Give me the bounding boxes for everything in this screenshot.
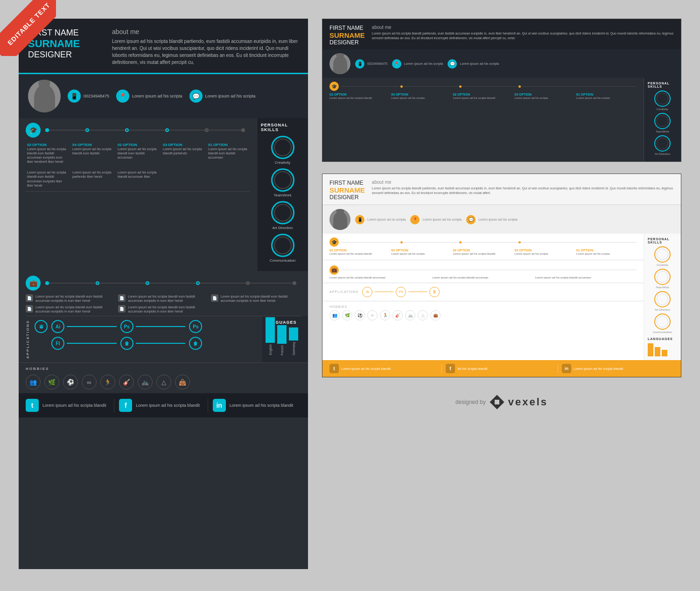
- pl-app-line2: [408, 292, 427, 292]
- work-item-1: 📄 Lorem ipsum ad his scripta blandit eum…: [26, 294, 116, 303]
- preview-light-phone: 📱 Lorem ipsum ad no scripta: [355, 215, 406, 224]
- preview-light-location-icon: 📍: [410, 215, 420, 224]
- hobby-soccer-icon: ⚽: [63, 375, 78, 389]
- preview-dark-about: about me Lorem ipsum ad his scripta blan…: [372, 25, 674, 46]
- communication-circle: [271, 234, 294, 257]
- preview-light-teamwork-label: TeamWork: [656, 286, 669, 289]
- pl-hobby-3: ⚽: [355, 310, 365, 320]
- preview-light-divider: [322, 260, 644, 260]
- app-ps2-item: Ps: [189, 320, 254, 333]
- pl-hobby-4: ∞: [367, 310, 378, 320]
- twitter-icon: t: [26, 399, 39, 412]
- pdopt4: 03 OPTIONLorem ipsum ad his scripta: [515, 92, 575, 100]
- phone-icon: 📱: [68, 90, 81, 103]
- divider-1: [26, 191, 250, 192]
- preview-light-artdir-circle: [654, 291, 671, 307]
- preview-light-work-section: 💼 Lorem ipsum ad his scripta blandit acc…: [322, 262, 644, 281]
- preview-dark-timeline: 🎓 02 OPTIONLorem ipsum ad his scripta bl…: [322, 78, 644, 103]
- preview-light-lang-mini: LANGUAGES: [648, 337, 677, 356]
- work-item-icon-5: 📄: [118, 305, 126, 313]
- pl-hobby-5: 🏃: [380, 310, 390, 320]
- apps-label: APPLICATIONS: [26, 320, 30, 359]
- preview-dark-about-text: Lorem ipsum ad his scripta blandit parti…: [372, 31, 674, 41]
- preview-light-edu-icon: 🎓: [329, 237, 339, 247]
- preview-light-work-line: [341, 270, 637, 270]
- artdirection-label: Art Direction: [272, 226, 293, 230]
- work-options-row2: 📄 Lorem ipsum ad his scripta blandit eum…: [26, 305, 301, 313]
- hobby-people-icon: 👥: [26, 375, 41, 389]
- preview-light-apps-label: APPLICATIONS: [329, 290, 358, 293]
- preview-dark-avatar-sil: [333, 56, 347, 74]
- lang-french: French: [277, 325, 287, 355]
- preview-light-artdir-label: Art Direction: [655, 308, 670, 311]
- preview-light-work-icon-row: 💼: [329, 265, 637, 275]
- timeline-opt-6: Lorem ipsum ad his scripta blandit eum f…: [26, 169, 69, 188]
- teamwork-inner: [274, 171, 292, 189]
- hobbies-icons: 👥 🌿 ⚽ ∞ 🏃 🎸 🚲 △ 👜: [26, 375, 301, 389]
- hobbies-label: HOBBIES: [26, 367, 301, 371]
- location-icon: 📍: [116, 90, 129, 103]
- pl-app-line1: [375, 292, 393, 292]
- preview-dark-location: 📍 Lorem ipsum ad his scripta: [392, 59, 443, 69]
- preview-light-app-icons: Ai Ps 🗑: [362, 287, 440, 297]
- app-ai-item: Ai: [51, 320, 117, 333]
- preview-light-surname: SURNAME: [329, 186, 365, 194]
- work-section: 💼 📄 Lorem ipsum ad: [19, 271, 308, 316]
- location-contact: 📍 Lorem ipsum ad his scripta: [116, 90, 182, 103]
- hobby-run-icon: 🏃: [100, 375, 115, 389]
- preview-light-timeline-line: [341, 242, 637, 243]
- skills-panel: PERSONALSKILLS Creativity TeamWork: [257, 118, 308, 271]
- preview-light-facebook-text: Ad his scripta blandit: [457, 367, 488, 370]
- preview-dark-artdir: Art Direction: [648, 135, 677, 155]
- apps-row-2: Fl 🗑 🗑: [35, 337, 254, 350]
- creativity-circle: [271, 136, 294, 159]
- preview-light-phone-icon: 📱: [355, 215, 364, 224]
- work-main: 💼 📄 Lorem ipsum ad: [19, 271, 308, 316]
- timeline-header-work: 💼: [26, 276, 301, 291]
- pl-app-trash: 🗑: [429, 287, 440, 297]
- preview-dark-opts: 02 OPTIONLorem ipsum ad his scripta blan…: [329, 92, 637, 100]
- app-monitor-icon: 🖥: [35, 320, 48, 333]
- hobby-music-icon: 🎸: [119, 375, 134, 389]
- plopt4: 03 OPTIONLorem ipsum ad his scripta: [515, 248, 575, 256]
- preview-light-skills-title: PERSONALSKILLS: [648, 237, 677, 244]
- apps-lang-section: APPLICATIONS 🖥 Ai Ps: [19, 316, 308, 362]
- preview-light-divider-3: [322, 301, 644, 301]
- preview-light-message: 💬 Lorem ipsum ad his scripta: [466, 215, 518, 224]
- preview-light-facebook: f Ad his scripta blandit: [442, 364, 558, 373]
- app-ps1-line: [136, 326, 186, 327]
- timeline-header-edu: 🎓: [26, 123, 250, 138]
- app-ps1-icon: Ps: [120, 320, 133, 333]
- lang-germany: Germany: [289, 327, 298, 355]
- preview-light-timeline: 🎓 02 OPTIONLorem ipsum ad his scripta bl…: [322, 234, 644, 258]
- preview-light-linkedin-icon: in: [562, 364, 571, 373]
- preview-dark-teamwork-circle: [654, 113, 671, 129]
- right-previews: FIRST NAME SURNAME DESIGNER about me Lor…: [322, 19, 681, 569]
- work-item-icon-3: 📄: [211, 294, 218, 302]
- app-trash2-icon: 🗑: [189, 337, 202, 350]
- work-item-4: 📄 Lorem ipsum ad his scripta blandit eum…: [26, 305, 116, 313]
- preview-light-phone-text: Lorem ipsum ad no scripta: [367, 218, 406, 221]
- communication-label: Communication: [270, 258, 296, 263]
- designed-by-text: designed by: [455, 399, 486, 405]
- preview-light-avatar-sil: [333, 211, 347, 230]
- pl-hobby-1: 👥: [329, 310, 340, 320]
- preview-dark-creativity: Creativity: [648, 90, 677, 111]
- skill-communication: Communication: [261, 234, 304, 263]
- preview-dark-skills-title: PERSONALSKILLS: [648, 82, 677, 88]
- preview-light-lang-title: LANGUAGES: [648, 337, 677, 341]
- creativity-label: Creativity: [275, 160, 290, 165]
- hobby-bike-icon: 🚲: [138, 375, 153, 389]
- vexels-diamond-inner: [495, 400, 499, 404]
- preview-light-twitter: t Lorem ipsum ad his scripta blandit: [329, 364, 442, 373]
- plopt5: 01 OPTIONLorem ipsum ad his scripta: [576, 248, 637, 256]
- plopt3: 02 OPTIONLorem ipsum ad his scripta blan…: [453, 248, 513, 256]
- preview-dark-with-skills: 🎓 02 OPTIONLorem ipsum ad his scripta bl…: [322, 78, 681, 161]
- pl-hobby-2: 🌿: [342, 310, 352, 320]
- preview-light-name: FIRST NAME SURNAME DESIGNER: [329, 180, 365, 201]
- vexels-brand: vexels: [508, 396, 548, 408]
- preview-light-creativity-circle: [654, 246, 671, 263]
- preview-light-location-text: Lorem ipsum ad his scripta: [422, 218, 462, 221]
- preview-light-main: 🎓 02 OPTIONLorem ipsum ad his scripta bl…: [322, 234, 644, 360]
- preview-light-comm-inner: [657, 316, 668, 327]
